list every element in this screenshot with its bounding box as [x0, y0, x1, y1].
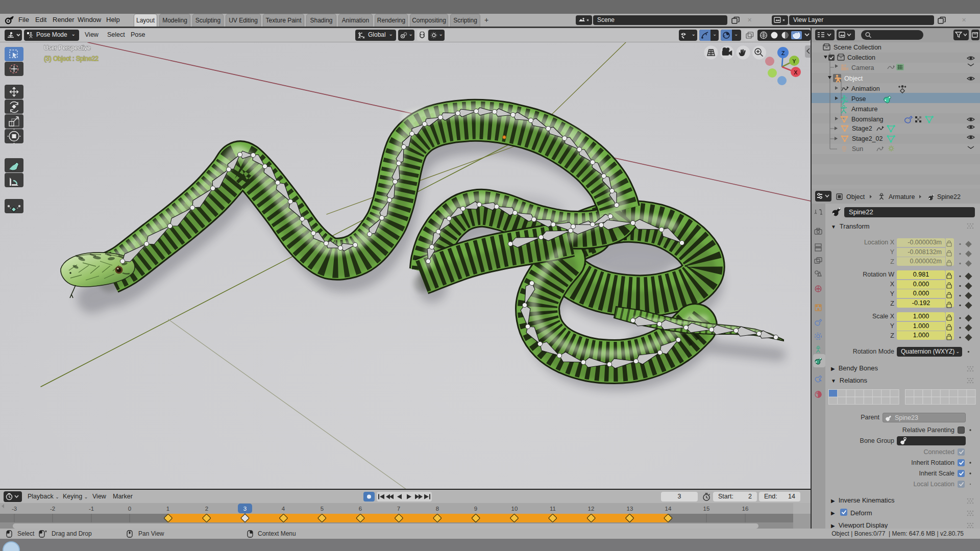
svg-text:Pose: Pose: [851, 95, 866, 103]
svg-text:Armature: Armature: [889, 193, 915, 201]
svg-text:-1: -1: [89, 506, 94, 512]
svg-text:Boomslang: Boomslang: [851, 116, 884, 123]
svg-text:Stage2: Stage2: [852, 125, 872, 132]
svg-text:Object: Object: [846, 193, 865, 201]
svg-text:Camera: Camera: [851, 64, 874, 71]
svg-text:Animation: Animation: [851, 85, 880, 92]
svg-text:User Perspective: User Perspective: [44, 44, 91, 52]
svg-text:Z: Z: [781, 50, 785, 56]
svg-text:1: 1: [166, 506, 169, 512]
svg-text:(3) Object : Spine22: (3) Object : Spine22: [44, 55, 99, 62]
svg-text:9: 9: [474, 506, 477, 512]
svg-text:4: 4: [282, 506, 285, 512]
svg-text:16: 16: [742, 506, 749, 512]
svg-text:3: 3: [243, 506, 247, 512]
svg-text:13: 13: [627, 506, 633, 512]
svg-text:Stage2_02: Stage2_02: [852, 135, 883, 142]
svg-text:8: 8: [436, 506, 439, 512]
svg-text:X: X: [794, 69, 798, 76]
svg-text:Scene Collection: Scene Collection: [834, 44, 881, 51]
svg-text:12: 12: [588, 506, 595, 512]
svg-text:Sun: Sun: [852, 145, 863, 153]
svg-text:7: 7: [397, 506, 400, 512]
svg-text:0: 0: [128, 506, 131, 512]
svg-text:Collection: Collection: [847, 54, 875, 61]
svg-text:10: 10: [511, 506, 518, 512]
svg-text:6: 6: [359, 506, 362, 512]
svg-text:-2: -2: [50, 506, 55, 512]
svg-text:Y: Y: [792, 58, 796, 64]
svg-text:Spine22: Spine22: [937, 193, 961, 201]
svg-text:15: 15: [703, 506, 710, 512]
svg-text:-3: -3: [12, 506, 17, 512]
svg-text:Object: Object: [844, 75, 863, 82]
svg-text:11: 11: [550, 506, 556, 512]
svg-text:14: 14: [665, 506, 672, 512]
svg-text:2: 2: [205, 506, 208, 512]
svg-text:5: 5: [321, 506, 324, 512]
svg-text:Armature: Armature: [851, 106, 877, 113]
